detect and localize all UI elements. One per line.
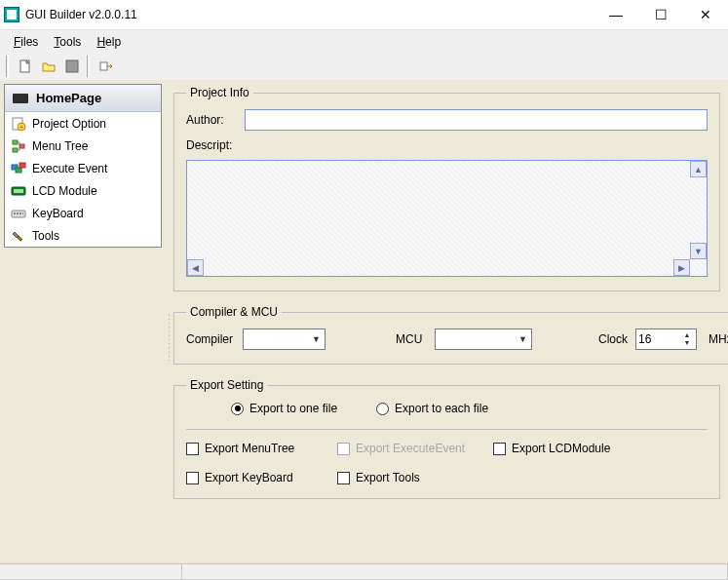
sidebar-item-project-option[interactable]: + Project Option xyxy=(5,112,161,135)
export-icon[interactable] xyxy=(97,58,115,75)
check-export-tools[interactable]: Export Tools xyxy=(337,471,493,484)
check-label: Export MenuTree xyxy=(205,442,294,455)
sidebar-item-label: Project Option xyxy=(32,117,106,131)
scroll-left-icon[interactable]: ◀ xyxy=(187,259,204,276)
sidebar-item-label: KeyBoard xyxy=(32,207,84,220)
svg-rect-6 xyxy=(13,140,18,144)
svg-rect-18 xyxy=(22,213,23,214)
project-info-legend: Project Info xyxy=(186,86,253,99)
clock-label: Clock xyxy=(589,332,628,346)
close-button[interactable]: ✕ xyxy=(683,0,728,29)
sidebar-item-label: Tools xyxy=(32,229,59,243)
sidebar-item-label: Execute Event xyxy=(32,162,107,175)
clock-spin[interactable]: 16 ▲▼ xyxy=(635,329,697,350)
checkbox-icon xyxy=(337,443,350,455)
lcd-module-icon xyxy=(11,183,26,199)
open-folder-icon[interactable] xyxy=(40,58,57,75)
clock-value: 16 xyxy=(638,332,680,346)
radio-one-label: Export to one file xyxy=(249,402,337,415)
window-title: GUI Builder v2.0.0.11 xyxy=(25,8,594,21)
main-panel: Project Info Author: Descript: ▲ ▼ ◀ ▶ xyxy=(172,80,728,563)
svg-rect-8 xyxy=(19,144,24,148)
project-option-icon: + xyxy=(11,116,26,132)
checkbox-icon xyxy=(186,443,199,455)
chip-icon xyxy=(11,92,30,105)
svg-rect-2 xyxy=(100,62,107,70)
menu-tree-icon xyxy=(11,138,26,154)
new-file-icon[interactable] xyxy=(17,58,34,75)
export-setting-group: Export Setting Export to one file Export… xyxy=(173,378,720,499)
svg-rect-7 xyxy=(13,148,18,152)
chevron-down-icon: ▼ xyxy=(312,334,321,344)
checkbox-icon xyxy=(493,443,506,455)
titlebar: GUI Builder v2.0.0.11 — ☐ ✕ xyxy=(0,0,728,29)
clock-unit: MHz xyxy=(709,332,728,346)
check-export-menutree[interactable]: Export MenuTree xyxy=(186,442,337,455)
svg-text:+: + xyxy=(19,124,23,131)
execute-event-icon xyxy=(11,161,26,176)
sidebar-item-execute-event[interactable]: Execute Event xyxy=(5,157,161,179)
save-icon[interactable] xyxy=(63,58,81,75)
descript-label: Descript: xyxy=(186,138,245,152)
svg-rect-19 xyxy=(18,236,22,241)
checkbox-icon xyxy=(337,472,350,484)
sidebar-item-label: LCD Module xyxy=(32,184,97,198)
project-info-group: Project Info Author: Descript: ▲ ▼ ◀ ▶ xyxy=(173,86,720,291)
toolbar-sep xyxy=(87,56,90,77)
mcu-label: MCU xyxy=(396,332,427,346)
tools-icon xyxy=(11,228,26,244)
check-label: Export LCDModule xyxy=(512,442,610,455)
check-export-lcdmodule[interactable]: Export LCDModule xyxy=(493,442,649,455)
compiler-combo[interactable]: ▼ xyxy=(243,329,326,350)
svg-rect-15 xyxy=(14,213,16,214)
menubar: Files Tools Help xyxy=(0,29,728,53)
check-export-keyboard[interactable]: Export KeyBoard xyxy=(186,471,337,484)
svg-rect-13 xyxy=(14,189,23,193)
sidebar-item-keyboard[interactable]: KeyBoard xyxy=(5,202,161,224)
radio-icon xyxy=(376,403,389,415)
menu-files[interactable]: Files xyxy=(6,33,46,51)
radio-export-one[interactable]: Export to one file xyxy=(231,402,337,415)
spin-arrows-icon[interactable]: ▲▼ xyxy=(680,331,694,347)
sidebar-header[interactable]: HomePage xyxy=(5,85,161,112)
author-input[interactable] xyxy=(245,109,708,131)
sidebar-item-tools[interactable]: Tools xyxy=(5,224,161,247)
compiler-mcu-group: Compiler & MCU Compiler ▼ MCU ▼ Clock xyxy=(173,305,728,365)
export-setting-legend: Export Setting xyxy=(186,378,267,392)
author-label: Author: xyxy=(186,113,245,127)
statusbar xyxy=(0,563,728,579)
minimize-button[interactable]: — xyxy=(594,0,638,29)
sidebar-item-menu-tree[interactable]: Menu Tree xyxy=(5,135,161,157)
sidebar-item-label: Menu Tree xyxy=(32,139,88,153)
app-icon xyxy=(4,7,19,22)
sidebar-item-lcd-module[interactable]: LCD Module xyxy=(5,179,161,202)
sidebar-header-label: HomePage xyxy=(36,91,101,105)
compiler-label: Compiler xyxy=(186,332,235,346)
chevron-down-icon: ▼ xyxy=(518,334,527,344)
menu-tools[interactable]: Tools xyxy=(46,33,89,51)
toolbar xyxy=(0,53,728,80)
check-label: Export ExecuteEvent xyxy=(356,442,465,455)
divider xyxy=(186,429,708,430)
descript-textarea[interactable]: ▲ ▼ ◀ ▶ xyxy=(186,160,708,277)
svg-rect-11 xyxy=(19,163,25,168)
mcu-combo[interactable]: ▼ xyxy=(435,329,532,350)
radio-icon xyxy=(231,403,244,415)
radio-each-label: Export to each file xyxy=(395,402,488,415)
toolbar-grip xyxy=(6,56,9,77)
keyboard-icon xyxy=(11,206,26,221)
svg-rect-16 xyxy=(17,213,19,214)
menu-help[interactable]: Help xyxy=(89,33,129,51)
scroll-down-icon[interactable]: ▼ xyxy=(690,243,707,259)
sidebar: HomePage + Project Option Menu Tree xyxy=(4,84,162,248)
scroll-right-icon[interactable]: ▶ xyxy=(673,259,690,276)
radio-export-each[interactable]: Export to each file xyxy=(376,402,488,415)
check-label: Export Tools xyxy=(356,471,420,484)
maximize-button[interactable]: ☐ xyxy=(638,0,683,29)
svg-rect-17 xyxy=(19,213,21,214)
app-window: GUI Builder v2.0.0.11 — ☐ ✕ Files Tools … xyxy=(0,0,728,580)
svg-rect-10 xyxy=(16,168,21,173)
check-label: Export KeyBoard xyxy=(205,471,293,484)
scroll-up-icon[interactable]: ▲ xyxy=(690,161,707,177)
compiler-mcu-legend: Compiler & MCU xyxy=(186,305,282,319)
